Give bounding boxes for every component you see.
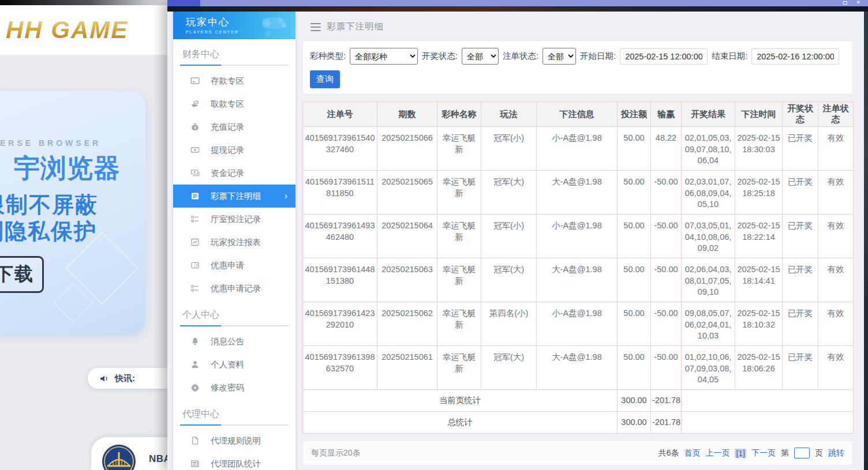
end-date-input[interactable] bbox=[751, 48, 839, 65]
chevron-right-icon: › bbox=[285, 191, 287, 201]
table-cell: 401569173961398632570 bbox=[303, 346, 377, 390]
summary-row: 总统计300.00-201.78 bbox=[303, 412, 854, 434]
column-header: 下注信息 bbox=[537, 102, 618, 127]
table-cell: 50.00 bbox=[618, 302, 651, 346]
sidebar-item-label: 优惠申请记录 bbox=[211, 283, 261, 294]
table-cell: 有效 bbox=[818, 127, 854, 171]
table-cell: 20250215061 bbox=[377, 346, 437, 390]
close-button[interactable]: ✕ bbox=[856, 0, 860, 6]
sidebar-item-promo-apply-record[interactable]: 优惠申请记录 bbox=[173, 277, 295, 300]
table-cell: 有效 bbox=[818, 215, 854, 258]
summary-win-loss: -201.78 bbox=[651, 390, 682, 412]
summary-win-loss: -201.78 bbox=[651, 412, 682, 434]
sidebar-item-lottery-bet-detail[interactable]: 彩票下注明细› bbox=[173, 185, 295, 208]
sidebar-item-change-password[interactable]: 修改密码 bbox=[173, 376, 295, 399]
agent-rules-icon bbox=[190, 436, 200, 445]
table-cell: 幸运飞艇新 bbox=[437, 171, 481, 215]
table-cell: 50.00 bbox=[618, 258, 651, 302]
news-ticker: 快讯: bbox=[88, 368, 167, 389]
table-cell: 2025-02-15 18:06:26 bbox=[735, 346, 783, 390]
jump-prefix: 第 bbox=[781, 448, 789, 458]
recharge-record-icon: ¥ bbox=[190, 122, 200, 131]
table-cell: 20250215066 bbox=[377, 127, 437, 171]
next-page-link[interactable]: 下一页 bbox=[751, 448, 776, 458]
maximize-button[interactable] bbox=[843, 1, 847, 5]
summary-label: 总统计 bbox=[303, 412, 618, 434]
column-header: 开奖状态 bbox=[783, 102, 818, 127]
table-cell: 48.22 bbox=[651, 127, 682, 171]
first-page-link[interactable]: 首页 bbox=[684, 448, 700, 458]
jump-link[interactable]: 跳转 bbox=[828, 448, 844, 458]
table-cell: 02,01,05,03,09,07,08,10,06,04 bbox=[682, 127, 735, 171]
sidebar-item-player-bet-report[interactable]: 玩家投注报表 bbox=[173, 231, 295, 254]
filter-panel: 彩种类型: 全部彩种 开奖状态: 全部 注单状态: 全部 开始日期: 结束日期:… bbox=[302, 40, 853, 95]
download-button[interactable]: 点击下载 bbox=[0, 256, 44, 293]
withdraw-icon bbox=[190, 99, 200, 108]
browser-ad-banner[interactable]: ERSE BROWSER 宇浏览器 限制不屏蔽 别隐私保护 点击下载 bbox=[0, 91, 145, 334]
table-cell: 401569173961511811850 bbox=[303, 171, 377, 215]
table-cell: 401569173961493462480 bbox=[303, 215, 377, 258]
menu-toggle-icon[interactable] bbox=[310, 23, 321, 31]
lottery-type-select[interactable]: 全部彩种 bbox=[350, 48, 418, 65]
draw-status-label: 开奖状态: bbox=[422, 51, 458, 62]
sidebar-item-label: 厅室投注记录 bbox=[211, 214, 261, 225]
sidebar-item-agent-team-stats[interactable]: 代理团队统计 bbox=[173, 452, 295, 470]
sidebar-item-withdrawal-record[interactable]: 提现记录 bbox=[173, 138, 295, 161]
app-window: ✕ 玩家中心 PLAYERS CENTER 财务中心存款专区取款专区¥充值记录提… bbox=[167, 0, 868, 470]
table-cell: 有效 bbox=[818, 302, 854, 346]
column-header: 投注额 bbox=[618, 102, 651, 127]
sidebar-item-withdraw[interactable]: 取款专区 bbox=[173, 92, 295, 115]
section-underline bbox=[180, 65, 289, 66]
titlebar-accent bbox=[167, 0, 200, 6]
table-cell: 50.00 bbox=[618, 215, 651, 258]
draw-status-select[interactable]: 全部 bbox=[462, 48, 499, 65]
nba-card[interactable]: NBA bbox=[91, 437, 167, 470]
table-cell: 小-A盘@1.98 bbox=[537, 127, 618, 171]
table-cell: 01,02,10,06,07,09,03,08,04,05 bbox=[682, 346, 735, 390]
sidebar-item-deposit[interactable]: 存款专区 bbox=[173, 69, 295, 92]
column-header: 开奖结果 bbox=[682, 102, 735, 127]
table-cell: 已开奖 bbox=[783, 127, 818, 171]
table-cell: 小-A盘@1.98 bbox=[537, 215, 618, 258]
current-page-badge: [1] bbox=[735, 449, 746, 458]
sidebar-item-hall-bet-record[interactable]: 厅室投注记录 bbox=[173, 208, 295, 231]
sidebar-header: 玩家中心 PLAYERS CENTER bbox=[173, 12, 295, 39]
sidebar-item-promo-apply[interactable]: 优惠申请 bbox=[173, 254, 295, 277]
background-page: HH GAME ERSE BROWSER 宇浏览器 限制不屏蔽 别隐私保护 点击… bbox=[0, 0, 167, 470]
ad-line2: 别隐私保护 bbox=[0, 217, 97, 246]
sidebar-item-profile[interactable]: 个人资料 bbox=[173, 353, 295, 376]
page-size-text: 每页显示20条 bbox=[311, 448, 361, 458]
sidebar-section-label: 财务中心 bbox=[173, 39, 295, 62]
table-cell: 冠军(大) bbox=[481, 171, 537, 215]
table-cell: 2025-02-15 18:22:14 bbox=[735, 215, 783, 258]
withdrawal-record-icon bbox=[190, 145, 200, 155]
sidebar-item-label: 代理规则说明 bbox=[211, 435, 261, 446]
sidebar-item-label: 代理团队统计 bbox=[211, 458, 261, 469]
prev-page-link[interactable]: 上一页 bbox=[705, 448, 729, 458]
page-jump-input[interactable] bbox=[794, 448, 810, 458]
table-cell: 小-A盘@1.98 bbox=[537, 302, 618, 346]
sidebar-item-agent-rules[interactable]: 代理规则说明 bbox=[173, 429, 295, 452]
sidebar-menu: 财务中心存款专区取款专区¥充值记录提现记录资金记录彩票下注明细›厅室投注记录玩家… bbox=[173, 39, 295, 470]
table-cell: 已开奖 bbox=[783, 346, 818, 390]
page-right-edge bbox=[864, 12, 868, 470]
sidebar-item-label: 资金记录 bbox=[211, 168, 244, 179]
table-cell: 02,03,01,07,06,08,09,04,05,10 bbox=[682, 171, 735, 215]
ad-headline: 宇浏览器 bbox=[14, 151, 120, 186]
table-cell: 20250215064 bbox=[377, 215, 437, 258]
query-button[interactable]: 查询 bbox=[310, 70, 340, 88]
sidebar-item-announcement[interactable]: 消息公告 bbox=[173, 330, 295, 353]
table-header-row: 注单号期数彩种名称玩法下注信息投注额输赢开奖结果下注时间开奖状态注单状态 bbox=[303, 102, 854, 127]
sidebar-item-funds-record[interactable]: 资金记录 bbox=[173, 161, 295, 185]
table-cell: 2025-02-15 18:14:41 bbox=[735, 258, 783, 302]
sidebar-item-recharge-record[interactable]: ¥充值记录 bbox=[173, 115, 295, 138]
sidebar-item-label: 个人资料 bbox=[211, 359, 244, 370]
sidebar-item-label: 优惠申请 bbox=[211, 260, 244, 271]
table-cell: 大-A盘@1.98 bbox=[537, 346, 618, 390]
table-cell: 401569173961448151380 bbox=[303, 258, 377, 302]
table-cell: 已开奖 bbox=[783, 171, 818, 215]
table-cell: 有效 bbox=[818, 171, 854, 215]
order-status-label: 注单状态: bbox=[503, 51, 538, 62]
start-date-input[interactable] bbox=[620, 48, 708, 65]
order-status-select[interactable]: 全部 bbox=[542, 48, 576, 65]
